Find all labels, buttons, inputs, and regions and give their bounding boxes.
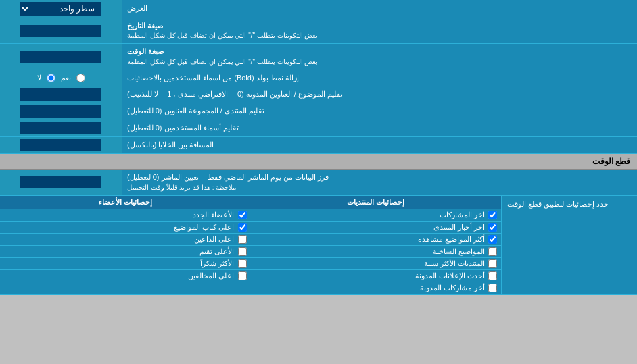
stats-posts-checkbox-5[interactable] — [488, 271, 497, 280]
bold-input-cell: نعم لا — [0, 70, 122, 86]
stats-members-header: إحصائيات الأعضاء — [0, 196, 251, 209]
cutoff-days-row: فرز البيانات من يوم الماشر الماضي فقط --… — [0, 170, 637, 195]
titles-limit-input[interactable]: 33 — [20, 88, 101, 101]
erz-row: العرض سطر واحد سطرين ثلاثة أسطر — [0, 0, 637, 18]
stats-members-item-4: الأكثر شكراً — [0, 258, 251, 270]
time-format-input[interactable]: H:i — [20, 51, 101, 63]
stats-posts-checkbox-0[interactable] — [488, 211, 497, 219]
stats-container: حدد إحصائيات لتطبيق قطع الوقت إحصائيات ا… — [0, 196, 637, 295]
stats-posts-col: إحصائيات المنتديات اخر المشاركات اخر أخب… — [251, 196, 502, 294]
stats-posts-checkbox-2[interactable] — [488, 235, 497, 244]
cutoff-days-label: فرز البيانات من يوم الماشر الماضي فقط --… — [122, 170, 637, 194]
date-format-input-cell: d-m — [0, 18, 122, 43]
time-format-input-cell: H:i — [0, 44, 122, 69]
cutoff-days-input-cell: 0 — [0, 170, 122, 194]
stats-members-checkbox-0[interactable] — [238, 211, 247, 219]
titles-limit-row: تقليم الموضوع / العناوين المدونة (0 -- ا… — [0, 86, 637, 103]
stats-members-item-3: الأعلى تقيم — [0, 246, 251, 258]
date-format-row: صيغة التاريخ بعض التكوينات يتطلب "/" الت… — [0, 18, 637, 44]
forum-titles-label: تقليم المنتدى / المجموعة العناوين (0 للت… — [122, 103, 637, 120]
usernames-label: تقليم أسماء المستخدمين (0 للتعطيل) — [122, 120, 637, 136]
stats-posts-item-6: أخر مشاركات المدونة — [251, 282, 502, 294]
stats-posts-item-0: اخر المشاركات — [251, 209, 502, 222]
stats-posts-item-1: اخر أخبار المنتدى — [251, 222, 502, 234]
bold-radio-no[interactable] — [47, 74, 55, 82]
stats-posts-item-2: أكثر المواضيع مشاهدة — [251, 234, 502, 246]
cutoff-section-header: قطع الوقت — [0, 154, 637, 170]
bold-label: إزالة نمط بولد (Bold) من اسماء المستخدمي… — [122, 70, 637, 86]
time-format-row: صيغة الوقت بعض التكوينات يتطلب "/" التي … — [0, 44, 637, 70]
stats-members-checkbox-2[interactable] — [238, 235, 247, 244]
date-format-input[interactable]: d-m — [20, 25, 101, 37]
stats-members-checkbox-5[interactable] — [238, 271, 247, 280]
spacing-row: المسافة بين الخلايا (بالبكسل) 2 — [0, 137, 637, 154]
bold-row: إزالة نمط بولد (Bold) من اسماء المستخدمي… — [0, 70, 637, 86]
usernames-input-cell: 0 — [0, 120, 122, 136]
spacing-label: المسافة بين الخلايا (بالبكسل) — [122, 137, 637, 153]
stats-members-checkbox-1[interactable] — [238, 223, 247, 232]
stats-members-item-2: اعلى الداعين — [0, 234, 251, 246]
stats-posts-header: إحصائيات المنتديات — [251, 196, 502, 209]
erz-input-cell: سطر واحد سطرين ثلاثة أسطر — [0, 0, 122, 18]
titles-limit-input-cell: 33 — [0, 86, 122, 103]
bold-radio-group: نعم لا — [37, 74, 85, 82]
stats-posts-checkbox-6[interactable] — [488, 284, 497, 292]
stats-members-col: إحصائيات الأعضاء الأعضاء الجدد اعلى كتاب… — [0, 196, 251, 294]
stats-limit-label: حدد إحصائيات لتطبيق قطع الوقت — [502, 196, 637, 294]
erz-select[interactable]: سطر واحد سطرين ثلاثة أسطر — [20, 2, 101, 16]
stats-posts-item-3: المواضيع الساخنة — [251, 246, 502, 258]
forum-titles-input[interactable]: 33 — [20, 105, 101, 118]
spacing-input[interactable]: 2 — [20, 139, 101, 151]
stats-posts-checkbox-1[interactable] — [488, 223, 497, 232]
stats-posts-item-5: أحدث الإعلانات المدونة — [251, 270, 502, 282]
spacing-input-cell: 2 — [0, 137, 122, 153]
bold-radio-yes[interactable] — [76, 74, 85, 82]
stats-members-item-1: اعلى كتاب المواضيع — [0, 222, 251, 234]
date-format-label: صيغة التاريخ بعض التكوينات يتطلب "/" الت… — [122, 18, 637, 43]
stats-posts-item-4: المنتديات الأكثر شبية — [251, 258, 502, 270]
stats-posts-checkbox-4[interactable] — [488, 259, 497, 268]
forum-titles-row: تقليم المنتدى / المجموعة العناوين (0 للت… — [0, 103, 637, 120]
usernames-row: تقليم أسماء المستخدمين (0 للتعطيل) 0 — [0, 120, 637, 137]
usernames-input[interactable]: 0 — [20, 122, 101, 134]
stats-posts-checkbox-3[interactable] — [488, 247, 497, 256]
stats-members-item-5: اعلى المخالفين — [0, 270, 251, 282]
erz-label: العرض — [122, 0, 637, 18]
forum-titles-input-cell: 33 — [0, 103, 122, 120]
stats-members-checkbox-3[interactable] — [238, 247, 247, 256]
titles-limit-label: تقليم الموضوع / العناوين المدونة (0 -- ا… — [122, 86, 637, 103]
stats-members-item-0: الأعضاء الجدد — [0, 209, 251, 222]
cutoff-days-input[interactable]: 0 — [20, 176, 101, 188]
stats-members-checkbox-4[interactable] — [238, 259, 247, 268]
time-format-label: صيغة الوقت بعض التكوينات يتطلب "/" التي … — [122, 44, 637, 69]
main-container: العرض سطر واحد سطرين ثلاثة أسطر صيغة الت… — [0, 0, 637, 295]
